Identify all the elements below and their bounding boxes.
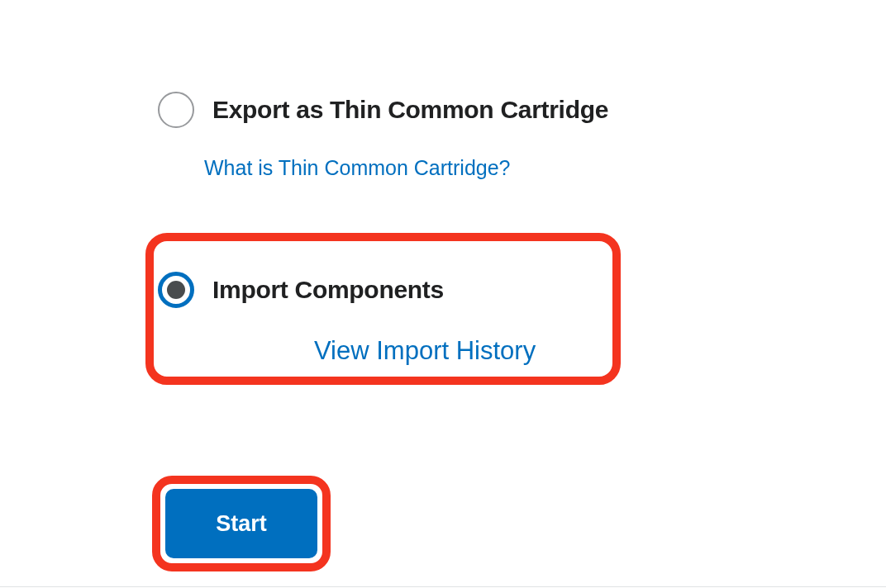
radio-icon (158, 92, 194, 128)
import-export-panel: Export as Thin Common Cartridge What is … (0, 0, 886, 588)
what-is-thin-cc-link[interactable]: What is Thin Common Cartridge? (204, 154, 511, 182)
start-button[interactable]: Start (165, 489, 317, 558)
radio-icon (158, 272, 194, 308)
export-thin-cc-option[interactable]: Export as Thin Common Cartridge (158, 92, 608, 128)
view-import-history-link[interactable]: View Import History (314, 334, 536, 368)
divider (0, 586, 886, 587)
import-components-label: Import Components (212, 276, 444, 305)
start-button-label: Start (216, 511, 267, 537)
import-components-option[interactable]: Import Components (158, 272, 444, 308)
export-thin-cc-label: Export as Thin Common Cartridge (212, 96, 608, 125)
